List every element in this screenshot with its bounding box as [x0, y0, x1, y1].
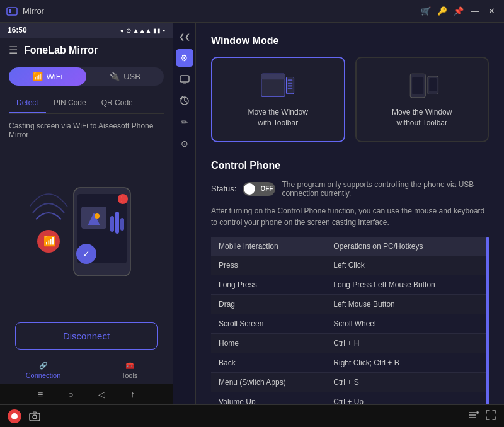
table-cell-pc: Ctrl + Up — [326, 392, 489, 404]
svg-rect-20 — [261, 74, 285, 79]
toggle-off-label: OFF — [260, 185, 273, 192]
table-cell-mobile: Home — [211, 333, 326, 353]
screen-mirror-icon[interactable] — [176, 71, 193, 88]
close-icon[interactable]: ✕ — [485, 5, 498, 18]
svg-rect-8 — [115, 212, 119, 234]
svg-text:📶: 📶 — [43, 235, 56, 247]
window-card-without-toolbar-label: Move the Window without Toolbar — [392, 107, 452, 128]
table-cell-pc: Left Click — [326, 256, 489, 275]
app-icon — [6, 6, 18, 17]
table-cell-mobile: Scroll Screen — [211, 314, 326, 333]
svg-rect-27 — [412, 77, 423, 94]
svg-rect-23 — [288, 83, 293, 84]
right-panel: Window Mode Move the Window with Toolbar — [196, 23, 504, 404]
cast-info: Casting screen via WiFi to Aiseesoft Pho… — [0, 114, 173, 147]
control-phone-section: Control Phone Status: OFF The program on… — [211, 160, 489, 404]
control-table: Mobile Interaction Operations on PC/Hotk… — [211, 237, 489, 404]
camera-icon — [29, 411, 40, 422]
table-cell-pc: Left Mouse Button — [326, 294, 489, 314]
fullscreen-icon[interactable] — [485, 409, 496, 423]
key-icon[interactable]: 🔑 — [436, 5, 449, 18]
signal-icon: ▲▲▲ — [133, 27, 152, 34]
record-icon — [11, 413, 18, 419]
usb-toggle-button[interactable]: 🔌 USB — [86, 67, 164, 86]
tab-qr-code[interactable]: QR Code — [94, 93, 140, 113]
table-row: BackRight Click; Ctrl + B — [211, 353, 489, 372]
svg-rect-25 — [288, 88, 293, 89]
android-recent-icon[interactable]: ↑ — [130, 389, 135, 399]
svg-rect-17 — [183, 83, 186, 84]
left-panel: 16:50 ● ⊙ ▲▲▲ ▮▮ ▪ ☰ FoneLab Mirror 📶 Wi… — [0, 23, 173, 404]
record-button[interactable] — [8, 409, 21, 423]
wifi-status-icon: ⊙ — [126, 27, 131, 34]
svg-rect-30 — [30, 413, 40, 421]
nav-connection[interactable]: 🔗 Connection — [0, 362, 86, 379]
control-phone-title: Control Phone — [211, 160, 489, 171]
control-phone-toggle[interactable]: OFF — [243, 182, 275, 196]
battery-icon: ▮▮ — [153, 27, 161, 34]
table-cell-mobile: Back — [211, 353, 326, 372]
phone-preview: ! ✓ 📶 — [0, 147, 173, 316]
table-row: Long PressLong Press Left Mouse Button — [211, 275, 489, 294]
bottom-status-bar — [0, 404, 504, 427]
svg-point-31 — [33, 415, 37, 419]
svg-rect-9 — [120, 218, 124, 231]
svg-point-10 — [118, 194, 128, 204]
android-home-icon[interactable]: ○ — [68, 389, 73, 399]
control-table-wrapper: Mobile Interaction Operations on PC/Hotk… — [211, 237, 489, 404]
android-menu-icon[interactable]: ≡ — [38, 389, 43, 399]
list-settings-icon[interactable] — [467, 409, 479, 423]
bottom-nav: 🔗 Connection 🧰 Tools — [0, 356, 173, 384]
svg-rect-7 — [110, 216, 114, 232]
connection-toggle: 📶 WiFi 🔌 USB — [9, 67, 164, 86]
brush-icon[interactable]: ✏ — [176, 113, 193, 131]
table-row: HomeCtrl + H — [211, 333, 489, 353]
table-cell-mobile: Drag — [211, 294, 326, 314]
status-icons: ● ⊙ ▲▲▲ ▮▮ ▪ — [120, 27, 165, 34]
android-nav-bar: ≡ ○ ◁ ↑ — [0, 384, 173, 404]
table-header-mobile: Mobile Interaction — [211, 237, 326, 256]
table-cell-pc: Right Click; Ctrl + B — [326, 353, 489, 372]
window-card-without-toolbar[interactable]: Move the Window without Toolbar — [355, 57, 490, 142]
tab-detect[interactable]: Detect — [9, 93, 46, 113]
android-back-icon[interactable]: ◁ — [98, 389, 105, 399]
nav-tools[interactable]: 🧰 Tools — [86, 362, 173, 379]
tools-nav-icon: 🧰 — [125, 362, 134, 370]
svg-rect-22 — [288, 79, 293, 81]
table-scrollbar[interactable] — [486, 237, 489, 404]
info-circle-icon[interactable]: ⊙ — [176, 135, 193, 152]
svg-rect-0 — [7, 8, 17, 15]
tab-pin-code[interactable]: PIN Code — [46, 93, 94, 113]
side-icon-bar: ❮❮ ⚙ ✏ ⊙ — [173, 23, 196, 404]
collapse-sidebar-icon[interactable]: ❮❮ — [176, 28, 193, 45]
svg-text:!: ! — [121, 196, 123, 203]
title-bar: Mirror 🛒 🔑 📌 — ✕ — [0, 0, 504, 23]
notification-icon: ● — [120, 27, 124, 34]
window-mode-cards: Move the Window with Toolbar Move the Wi… — [211, 57, 489, 142]
connection-nav-icon: 🔗 — [39, 362, 48, 370]
table-cell-mobile: Press — [211, 256, 326, 275]
screenshot-button[interactable] — [28, 409, 42, 423]
table-row: Volume UpCtrl + Up — [211, 392, 489, 404]
cart-icon[interactable]: 🛒 — [420, 5, 432, 18]
window-card-with-toolbar[interactable]: Move the Window with Toolbar — [211, 57, 345, 142]
usb-icon: 🔌 — [110, 72, 120, 81]
phone-status-bar: 16:50 ● ⊙ ▲▲▲ ▮▮ ▪ — [0, 23, 173, 38]
table-cell-mobile: Volume Up — [211, 392, 326, 404]
window-title: Mirror — [23, 6, 420, 16]
svg-text:✓: ✓ — [83, 249, 90, 259]
hamburger-icon[interactable]: ☰ — [9, 44, 18, 56]
settings-icon[interactable]: ⚙ — [176, 49, 193, 67]
pin-icon[interactable]: 📌 — [452, 5, 465, 18]
window-card-with-toolbar-label: Move the Window with Toolbar — [248, 107, 308, 128]
control-note: After turning on the Control Phone funct… — [211, 205, 489, 228]
status-description: The program only supports controlling th… — [282, 180, 489, 198]
illustration-svg: ! ✓ 📶 — [30, 181, 143, 282]
svg-rect-24 — [288, 85, 293, 86]
history-icon[interactable] — [176, 92, 193, 110]
table-row: Menu (Switch Apps)Ctrl + S — [211, 372, 489, 392]
minimize-icon[interactable]: — — [469, 5, 481, 18]
wifi-toggle-button[interactable]: 📶 WiFi — [9, 67, 86, 86]
main-layout: 16:50 ● ⊙ ▲▲▲ ▮▮ ▪ ☰ FoneLab Mirror 📶 Wi… — [0, 23, 504, 404]
disconnect-button[interactable]: Disconnect — [15, 322, 158, 350]
